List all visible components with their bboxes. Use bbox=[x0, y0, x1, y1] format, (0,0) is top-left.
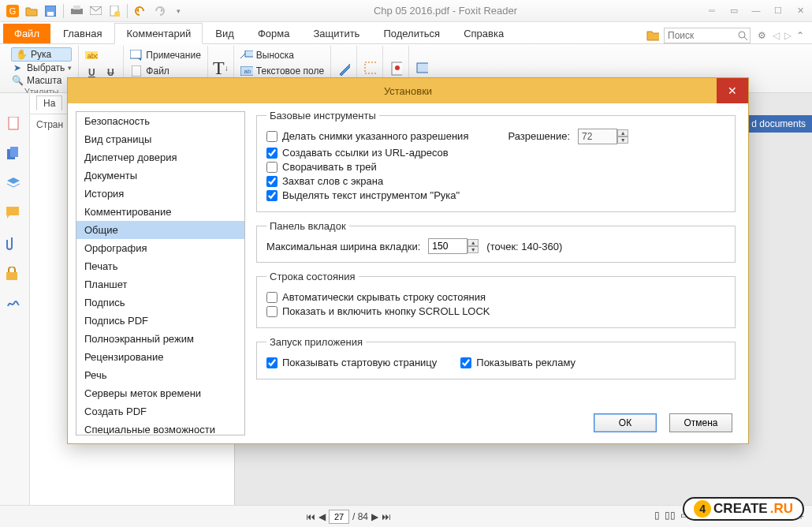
category-item[interactable]: Создать PDF bbox=[76, 402, 244, 420]
bg-banner: d documents bbox=[745, 115, 812, 133]
tool-note[interactable]: Примечание bbox=[130, 47, 200, 63]
open-icon[interactable] bbox=[24, 3, 39, 19]
category-item[interactable]: Безопасность bbox=[76, 112, 244, 130]
chk-url-links[interactable] bbox=[266, 148, 277, 159]
manage-comments-icon[interactable] bbox=[415, 62, 428, 75]
attachments-icon[interactable] bbox=[6, 237, 24, 254]
prev-page-icon[interactable]: ◀ bbox=[318, 511, 326, 522]
callout-icon bbox=[240, 49, 253, 62]
tab-file[interactable]: Файл bbox=[3, 24, 50, 43]
category-item[interactable]: Общие bbox=[76, 221, 244, 239]
panel-tab-na[interactable]: На bbox=[36, 95, 62, 110]
minimize-icon[interactable]: — bbox=[749, 6, 763, 16]
next-page-icon[interactable]: ▶ bbox=[371, 511, 378, 522]
maximize-icon[interactable]: ☐ bbox=[771, 6, 785, 16]
email-icon[interactable] bbox=[88, 3, 103, 19]
tool-highlight[interactable]: abc bbox=[85, 47, 117, 63]
tab-help[interactable]: Справка bbox=[453, 24, 515, 43]
tab-protect[interactable]: Защитить bbox=[302, 24, 371, 43]
comments-panel-icon[interactable] bbox=[6, 207, 24, 224]
chk-startpage[interactable] bbox=[266, 357, 277, 368]
save-icon[interactable] bbox=[43, 3, 58, 19]
svg-point-19 bbox=[395, 65, 400, 70]
input-maxwidth[interactable] bbox=[428, 238, 467, 254]
tab-home[interactable]: Главная bbox=[52, 24, 113, 43]
tab-view[interactable]: Вид bbox=[204, 24, 245, 43]
pencil-icon[interactable] bbox=[337, 62, 350, 75]
lbl-handselect: Выделять текст инструментом "Рука" bbox=[282, 189, 460, 201]
category-item[interactable]: Рецензирование bbox=[76, 348, 244, 366]
category-item[interactable]: История bbox=[76, 185, 244, 203]
chk-handselect[interactable] bbox=[266, 190, 277, 201]
new-icon[interactable] bbox=[106, 3, 122, 19]
tool-attach[interactable]: Файл bbox=[130, 63, 200, 79]
category-item[interactable]: Серверы меток времени bbox=[76, 384, 244, 402]
last-page-icon[interactable]: ⏭ bbox=[382, 511, 391, 522]
category-item[interactable]: Вид страницы bbox=[76, 130, 244, 148]
tab-comment[interactable]: Комментарий bbox=[114, 23, 203, 44]
first-page-icon[interactable]: ⏮ bbox=[306, 511, 315, 522]
layers-icon[interactable] bbox=[6, 177, 24, 194]
svg-rect-4 bbox=[71, 9, 83, 14]
category-item[interactable]: Печать bbox=[76, 257, 244, 275]
search-icon[interactable] bbox=[737, 30, 748, 41]
tool-callout[interactable]: Выноска bbox=[240, 47, 324, 63]
tool-select[interactable]: ➤Выбрать▾ bbox=[11, 62, 72, 74]
chk-tray[interactable] bbox=[266, 162, 277, 173]
mw-up-icon[interactable]: ▲ bbox=[467, 239, 479, 246]
print-icon[interactable] bbox=[69, 3, 84, 19]
group-launch-legend: Запуск приложения bbox=[266, 336, 366, 348]
lbl-maxwidth: Максимальная ширина вкладки: bbox=[266, 241, 420, 252]
ribbon-pin-icon[interactable]: ⌃ bbox=[796, 30, 804, 41]
qat-dropdown-icon[interactable]: ▾ bbox=[170, 3, 186, 19]
chk-screenwords[interactable] bbox=[266, 176, 277, 187]
security-panel-icon[interactable] bbox=[6, 267, 24, 284]
tool-scale[interactable]: 🔍Масшта bbox=[11, 74, 72, 87]
view-cont-icon[interactable]: ▯▯ bbox=[665, 510, 676, 523]
redo-icon[interactable] bbox=[151, 3, 167, 19]
category-item[interactable]: Планшет bbox=[76, 275, 244, 293]
category-item[interactable]: Полноэкранный режим bbox=[76, 330, 244, 348]
chk-scrolllock[interactable] bbox=[266, 306, 277, 317]
lbl-tray: Сворачивать в трей bbox=[282, 161, 377, 173]
chk-snapshot[interactable] bbox=[266, 131, 277, 142]
category-item[interactable]: Подпись PDF bbox=[76, 312, 244, 330]
category-item[interactable]: Комментирование bbox=[76, 203, 244, 221]
stamp-icon[interactable] bbox=[389, 62, 402, 75]
chk-autohide[interactable] bbox=[266, 292, 277, 303]
dialog-close-button[interactable]: ✕ bbox=[717, 78, 748, 103]
find-folder-icon[interactable] bbox=[646, 29, 659, 42]
tab-form[interactable]: Форма bbox=[247, 24, 301, 43]
settings-gear-icon[interactable]: ⚙ bbox=[755, 29, 768, 42]
category-item[interactable]: Речь bbox=[76, 366, 244, 384]
close-window-icon[interactable]: ✕ bbox=[793, 6, 807, 16]
mw-down-icon[interactable]: ▼ bbox=[467, 246, 479, 253]
ok-button[interactable]: ОК bbox=[594, 413, 657, 432]
signatures-icon[interactable] bbox=[6, 297, 24, 314]
nav-prev-icon[interactable]: ◁ bbox=[773, 30, 780, 41]
undo-icon[interactable] bbox=[132, 3, 148, 19]
page-input[interactable] bbox=[329, 510, 349, 524]
textbox-icon: ab bbox=[240, 65, 253, 77]
pages-icon[interactable] bbox=[6, 147, 24, 164]
ribbon-collapse-icon[interactable]: ▫▫ bbox=[705, 6, 719, 16]
view-single-icon[interactable]: ▯ bbox=[654, 510, 660, 523]
category-item[interactable]: Подпись bbox=[76, 293, 244, 312]
help-icon[interactable]: ▭ bbox=[727, 6, 741, 16]
area-select-icon[interactable] bbox=[363, 62, 376, 75]
category-item[interactable]: Орфография bbox=[76, 239, 244, 257]
cancel-button[interactable]: Отмена bbox=[669, 413, 732, 432]
category-list[interactable]: БезопасностьВид страницыДиспетчер довери… bbox=[76, 111, 245, 435]
category-item[interactable]: Специальные возможности bbox=[76, 420, 244, 435]
tool-textbox[interactable]: abТекстовое поле bbox=[240, 63, 324, 79]
nav-next-icon[interactable]: ▷ bbox=[784, 30, 792, 41]
category-item[interactable]: Диспетчер доверия bbox=[76, 148, 244, 166]
tool-hand[interactable]: ✋Рука bbox=[11, 47, 72, 62]
group-tabbar: Панель вкладок Максимальная ширина вклад… bbox=[256, 220, 736, 263]
typewriter-icon[interactable]: T↓ bbox=[214, 62, 227, 75]
tab-share[interactable]: Поделиться bbox=[372, 24, 451, 43]
category-item[interactable]: Документы bbox=[76, 166, 244, 185]
chk-ads[interactable] bbox=[460, 357, 471, 368]
bookmarks-icon[interactable] bbox=[6, 117, 24, 134]
tool-hand-label: Рука bbox=[31, 49, 51, 60]
